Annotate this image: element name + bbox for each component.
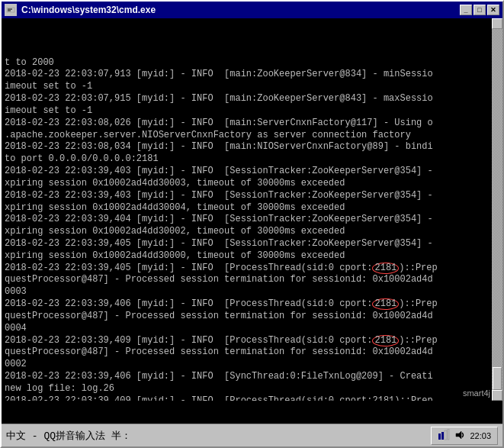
- terminal-line: 2018-02-23 22:03:08,034 [myid:] - INFO […: [5, 141, 492, 153]
- terminal-line: new log file: log.26: [5, 383, 492, 395]
- svg-rect-3: [438, 433, 441, 440]
- cmd-icon: [5, 4, 17, 16]
- terminal-line: 2018-02-23 22:03:39,406 [myid:] - INFO […: [5, 298, 492, 311]
- terminal-line: .apache.zookeeper.server.NIOServerCnxnFa…: [5, 130, 492, 142]
- title-bar: C:\windows\system32\cmd.exe _ □ ✕: [2, 2, 502, 18]
- terminal-line: xpiring session 0x10002ad4dd30003, timeo…: [5, 178, 492, 190]
- title-bar-left: C:\windows\system32\cmd.exe: [5, 4, 156, 16]
- tray-area: 22:03: [431, 427, 498, 445]
- input-method-text: 中文 - QQ拼音输入法 半：: [6, 429, 131, 443]
- terminal-content: t to 20002018-02-23 22:03:07,913 [myid:]…: [5, 20, 492, 401]
- input-method-indicator: 中文 - QQ拼音输入法 半：: [6, 429, 131, 443]
- terminal-line: imeout set to -1: [5, 81, 492, 93]
- watermark: smart4j: [463, 388, 490, 399]
- terminal-line: 2018-02-23 22:03:39,403 [myid:] - INFO […: [5, 190, 492, 202]
- time-text: 22:03: [470, 431, 491, 440]
- network-icon: [438, 429, 450, 443]
- svg-marker-7: [456, 431, 461, 439]
- terminal-line: to port 0.0.0.0/0.0.0.0:2181: [5, 153, 492, 166]
- terminal-line: xpiring session 0x10002ad4dd30004, timeo…: [5, 202, 492, 214]
- terminal-line: 2018-02-23 22:03:08,026 [myid:] - INFO […: [5, 118, 492, 130]
- terminal-line: t to 2000: [5, 57, 492, 69]
- maximize-button[interactable]: □: [474, 5, 486, 15]
- vertical-scrollbar[interactable]: ▲ ▼: [492, 18, 502, 401]
- scroll-down-button[interactable]: ▼: [492, 390, 502, 401]
- svg-rect-6: [448, 429, 449, 440]
- scroll-up-button[interactable]: ▲: [492, 18, 502, 29]
- terminal-line: 2018-02-23 22:03:39,405 [myid:] - INFO […: [5, 263, 492, 275]
- terminal-line: 2018-02-23 22:03:39,404 [myid:] - INFO […: [5, 214, 492, 226]
- terminal-line: imeout set to -1: [5, 105, 492, 118]
- scrollbar-track[interactable]: [492, 29, 502, 390]
- svg-rect-5: [445, 430, 447, 440]
- terminal-line: xpiring session 0x10002ad4dd30000, timeo…: [5, 250, 492, 263]
- terminal-line: questProcessor@487] - Processed session …: [5, 311, 492, 323]
- terminal-line: xpiring session 0x10002ad4dd30002, timeo…: [5, 226, 492, 238]
- title-buttons: _ □ ✕: [460, 5, 499, 15]
- minimize-button[interactable]: _: [460, 5, 472, 15]
- terminal-line: 2018-02-23 22:03:39,409 [myid:] - INFO […: [5, 395, 492, 401]
- terminal-line: 0004: [5, 323, 492, 335]
- speaker-icon: [454, 430, 465, 442]
- terminal-body: t to 20002018-02-23 22:03:07,913 [myid:]…: [2, 18, 502, 424]
- terminal-line: 2018-02-23 22:03:39,403 [myid:] - INFO […: [5, 166, 492, 178]
- terminal-line: 2018-02-23 22:03:39,406 [myid:] - INFO […: [5, 371, 492, 383]
- terminal-line: 2018-02-23 22:03:07,913 [myid:] - INFO […: [5, 69, 492, 81]
- terminal-line: 2018-02-23 22:03:39,409 [myid:] - INFO […: [5, 335, 492, 347]
- terminal-line: 2018-02-23 22:03:39,405 [myid:] - INFO […: [5, 238, 492, 250]
- cmd-window: C:\windows\system32\cmd.exe _ □ ✕ t to 2…: [0, 0, 504, 448]
- window-title: C:\windows\system32\cmd.exe: [21, 5, 156, 15]
- terminal-line: 2018-02-23 22:03:07,915 [myid:] - INFO […: [5, 93, 492, 105]
- terminal-line: 0002: [5, 359, 492, 371]
- svg-rect-4: [441, 432, 444, 440]
- status-bar: 中文 - QQ拼音输入法 半： 2: [2, 424, 502, 446]
- scrollbar-thumb[interactable]: [493, 367, 502, 390]
- svg-rect-0: [7, 8, 14, 12]
- close-button[interactable]: ✕: [487, 5, 499, 15]
- terminal-line: questProcessor@487] - Processed session …: [5, 346, 492, 359]
- terminal-line: questProcessor@487] - Processed session …: [5, 274, 492, 286]
- terminal-line: 0003: [5, 286, 492, 298]
- tray-icons: 22:03: [431, 427, 498, 445]
